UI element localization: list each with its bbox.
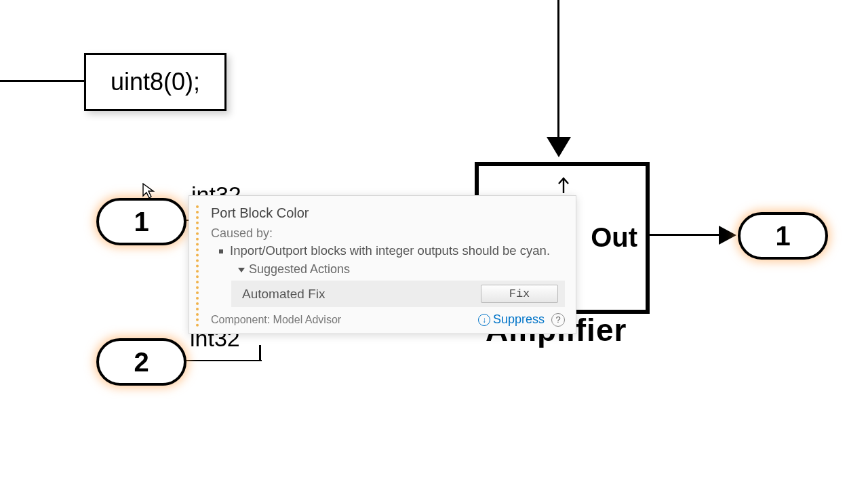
automated-fix-label: Automated Fix [238, 287, 481, 302]
popup-caused-by-label: Caused by: [211, 226, 565, 241]
diagnostic-popup: Port Block Color Caused by: Inport/Outpo… [189, 195, 576, 334]
signal-line-in2 [184, 360, 262, 361]
subsystem-out-port-label: Out [591, 222, 637, 253]
chevron-down-icon [238, 268, 245, 272]
constant-block-label: uint8(0); [111, 68, 200, 96]
simulink-canvas[interactable]: uint8(0); 1 int32 2 int32 Out Amplifier … [0, 0, 868, 488]
signal-line [0, 80, 84, 82]
outport-block-1[interactable]: 1 [738, 212, 828, 260]
suppress-link[interactable]: ↓ Suppress [478, 312, 545, 327]
inport-block-1[interactable]: 1 [96, 198, 186, 245]
signal-line-in2-v [259, 345, 261, 361]
suppress-label: Suppress [493, 312, 545, 327]
suggested-actions-label: Suggested Actions [249, 262, 350, 276]
warning-sidebar-icon [196, 205, 201, 327]
fix-button[interactable]: Fix [481, 285, 558, 303]
arrowhead-right-icon [719, 226, 736, 245]
popup-message: Inport/Outport blocks with integer outpu… [230, 243, 565, 258]
inport-1-label: 1 [134, 207, 149, 237]
signal-line-out [646, 234, 727, 236]
help-icon[interactable]: ? [551, 313, 565, 327]
popup-suggested-actions-header[interactable]: Suggested Actions [238, 262, 565, 277]
popup-fix-row: Automated Fix Fix [231, 281, 565, 307]
mouse-cursor-icon [142, 183, 155, 199]
outport-1-label: 1 [775, 221, 790, 251]
inport-block-2[interactable]: 2 [96, 338, 186, 386]
arrowhead-down-icon [547, 137, 571, 157]
popup-component-label: Component: Model Advisor [211, 314, 478, 326]
trigger-port-icon [556, 174, 571, 193]
inport-2-label: 2 [134, 347, 149, 378]
constant-block-uint8[interactable]: uint8(0); [84, 53, 226, 111]
suppress-icon: ↓ [478, 314, 490, 326]
signal-line-vertical [557, 0, 559, 140]
popup-title: Port Block Color [211, 205, 565, 221]
